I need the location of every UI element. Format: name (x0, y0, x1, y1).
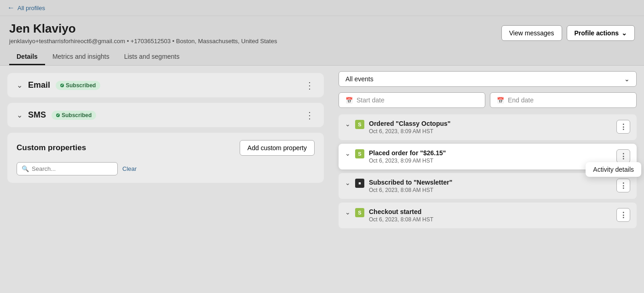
event-title: Checkout started (369, 208, 433, 215)
profile-email: jenklaviyo+testharrisforhireoct6@gmail.c… (9, 38, 125, 45)
dropdown-chevron-icon: ⌄ (624, 75, 630, 83)
all-events-dropdown[interactable]: All events ⌄ (339, 71, 637, 87)
sms-expand-button[interactable]: ⌄ (17, 111, 23, 119)
contact-sep1: • (127, 38, 131, 45)
search-bar: 🔍 (17, 162, 118, 175)
event-left: ⌄ ■ Subscribed to "Newsletter" Oct 6, 20… (345, 179, 452, 193)
profile-header: Jen Klaviyo jenklaviyo+testharrisforhire… (0, 16, 644, 66)
event-item-placed-order: ⌄ S Placed order for "$26.15" Oct 6, 202… (339, 144, 637, 169)
event-item-checkout-started: ⌄ S Checkout started Oct 6, 2023, 8:08 A… (339, 203, 637, 228)
chevron-down-icon: ⌄ (621, 29, 627, 37)
end-date-input[interactable]: 📅 End date (490, 92, 637, 108)
event-details: Subscribed to "Newsletter" Oct 6, 2023, … (369, 179, 452, 193)
profile-location: Boston, Massachusetts, United States (176, 38, 277, 45)
event-more-button-3[interactable]: ⋮ (616, 208, 630, 222)
view-messages-button[interactable]: View messages (501, 25, 562, 41)
event-time: Oct 6, 2023, 8:09 AM HST (369, 158, 446, 164)
back-label: All profiles (17, 5, 45, 11)
add-custom-property-button[interactable]: Add custom property (240, 140, 315, 156)
event-left: ⌄ S Placed order for "$26.15" Oct 6, 202… (345, 149, 446, 164)
date-filter-row: 📅 Start date 📅 End date (339, 92, 637, 108)
shopify-icon: S (355, 208, 364, 217)
email-badge-dot: ✓ (60, 84, 64, 87)
end-date-placeholder: End date (508, 96, 534, 104)
event-more-button-1[interactable]: ⋮ (616, 149, 630, 163)
event-title: Ordered "Classy Octopus" (369, 120, 450, 127)
profile-contact: jenklaviyo+testharrisforhireoct6@gmail.c… (9, 38, 277, 45)
email-subscribed-badge: ✓ Subscribed (56, 81, 100, 90)
event-chevron-icon: ⌄ (345, 149, 351, 157)
profile-name: Jen Klaviyo (9, 22, 277, 36)
profile-info: Jen Klaviyo jenklaviyo+testharrisforhire… (9, 22, 277, 65)
profile-phone: +17036512503 (131, 38, 171, 45)
contact-sep2: • (172, 38, 176, 45)
back-arrow-icon: ← (7, 4, 15, 12)
event-item-ordered-classy-octopus: ⌄ S Ordered "Classy Octopus" Oct 6, 2023… (339, 114, 637, 140)
event-left: ⌄ S Checkout started Oct 6, 2023, 8:08 A… (345, 208, 433, 223)
right-panel: All events ⌄ 📅 Start date 📅 End date ⌄ S… (331, 66, 644, 293)
email-expand-button[interactable]: ⌄ (17, 81, 23, 90)
sms-sub-left: ⌄ SMS ✓ Subscribed (17, 110, 96, 120)
profile-tabs: Details Metrics and insights Lists and s… (9, 49, 277, 65)
all-events-label: All events (345, 75, 374, 83)
event-details: Placed order for "$26.15" Oct 6, 2023, 8… (369, 149, 446, 164)
email-sub-title: Email (28, 80, 50, 90)
custom-props-title: Custom properties (17, 143, 86, 152)
search-icon: 🔍 (22, 165, 29, 172)
event-time: Oct 6, 2023, 8:08 AM HST (369, 216, 433, 223)
clear-search-link[interactable]: Clear (122, 165, 137, 172)
tab-details[interactable]: Details (9, 49, 45, 65)
activity-details-option[interactable]: Activity details (593, 166, 634, 173)
back-to-profiles-link[interactable]: ← All profiles (7, 4, 45, 12)
custom-props-header: Custom properties Add custom property (17, 140, 315, 156)
email-sub-left: ⌄ Email ✓ Subscribed (17, 80, 100, 90)
shopify-icon: S (355, 120, 364, 129)
custom-properties-card: Custom properties Add custom property 🔍 … (7, 133, 324, 183)
event-chevron-icon: ⌄ (345, 120, 351, 128)
tab-lists[interactable]: Lists and segments (117, 49, 187, 65)
event-chevron-icon: ⌄ (345, 208, 351, 216)
sms-badge-dot: ✓ (56, 113, 60, 117)
search-row: 🔍 Clear (17, 162, 315, 175)
event-details: Ordered "Classy Octopus" Oct 6, 2023, 8:… (369, 120, 450, 135)
event-chevron-icon: ⌄ (345, 179, 351, 186)
event-title: Placed order for "$26.15" (369, 149, 446, 157)
profile-actions-button[interactable]: Profile actions ⌄ (567, 25, 635, 41)
sms-more-button[interactable]: ⋮ (305, 111, 315, 120)
event-title: Subscribed to "Newsletter" (369, 179, 452, 186)
start-date-placeholder: Start date (356, 96, 385, 104)
left-panel: ⌄ Email ✓ Subscribed ⋮ ⌄ SMS ✓ (0, 66, 331, 293)
event-details: Checkout started Oct 6, 2023, 8:08 AM HS… (369, 208, 433, 223)
start-date-input[interactable]: 📅 Start date (339, 92, 485, 108)
email-subscription-card: ⌄ Email ✓ Subscribed ⋮ (7, 73, 324, 97)
event-more-button-0[interactable]: ⋮ (616, 120, 630, 134)
main-content: ⌄ Email ✓ Subscribed ⋮ ⌄ SMS ✓ (0, 66, 644, 293)
event-time: Oct 6, 2023, 8:08 AM HST (369, 187, 452, 193)
tab-metrics[interactable]: Metrics and insights (45, 49, 117, 65)
newsletter-icon: ■ (355, 179, 364, 188)
header-actions: View messages Profile actions ⌄ (501, 22, 635, 41)
event-more-button-2[interactable]: ⋮ (616, 179, 630, 192)
event-time: Oct 6, 2023, 8:09 AM HST (369, 128, 450, 135)
events-filter-row: All events ⌄ (339, 71, 637, 87)
event-left: ⌄ S Ordered "Classy Octopus" Oct 6, 2023… (345, 120, 450, 135)
top-bar: ← All profiles (0, 0, 644, 16)
event-item-subscribed-newsletter: ⌄ ■ Subscribed to "Newsletter" Oct 6, 20… (339, 173, 637, 199)
email-more-button[interactable]: ⋮ (305, 81, 315, 90)
end-date-calendar-icon: 📅 (497, 97, 504, 104)
shopify-icon: S (355, 149, 364, 158)
sms-sub-title: SMS (28, 110, 46, 120)
sms-subscribed-badge: ✓ Subscribed (52, 111, 96, 120)
event-context-menu: Activity details (586, 162, 641, 177)
start-date-calendar-icon: 📅 (345, 97, 353, 104)
sms-subscription-card: ⌄ SMS ✓ Subscribed ⋮ (7, 103, 324, 127)
search-input[interactable] (32, 165, 101, 172)
